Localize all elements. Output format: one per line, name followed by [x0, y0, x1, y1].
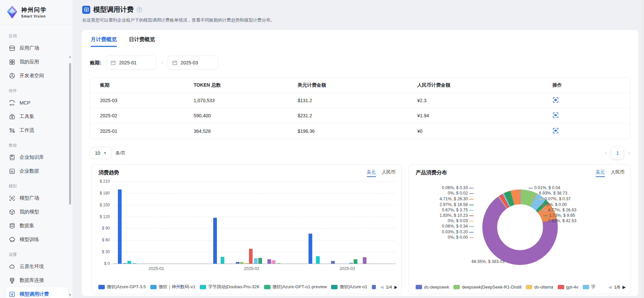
knowledge-base-icon — [9, 154, 15, 161]
grid-line — [112, 205, 395, 205]
bar-2025-02[interactable] — [245, 263, 248, 264]
bar-2025-01[interactable] — [133, 263, 136, 264]
sidebar-item-app-grid[interactable]: 我的应用 — [6, 55, 68, 69]
db-connection-icon — [9, 277, 15, 284]
sidebar-item-mcp-file[interactable]: MCPMCP — [6, 96, 68, 110]
next-page-icon[interactable]: › — [628, 150, 630, 156]
legend-page: 1/6 — [614, 285, 620, 290]
legend-label: 字 — [591, 284, 595, 290]
enterprise-data-icon — [9, 168, 15, 175]
sidebar-item-model-market[interactable]: 模型广场 — [6, 191, 68, 205]
legend-item[interactable]: 字节跳动|Doubao-Pro-32K — [200, 284, 260, 290]
grid-line — [112, 217, 395, 217]
sidebar-item-cloud[interactable]: 云原生环境 — [6, 260, 68, 273]
sidebar-item-toolbox[interactable]: 工具集 — [6, 110, 68, 123]
tab-monthly-overview[interactable]: 月计费概览 — [91, 36, 117, 47]
current-page[interactable]: 1 — [611, 147, 623, 159]
bar-2025-02[interactable] — [258, 258, 262, 264]
end-month-input[interactable]: 2025-03 — [168, 56, 218, 70]
sidebar-item-workflow[interactable]: 工作流 — [6, 123, 68, 137]
legend-label: 字节跳动|Doubao-Pro-32K — [208, 284, 260, 290]
bar-2025-02[interactable] — [240, 262, 244, 264]
prev-page-icon[interactable]: ‹ — [605, 150, 607, 156]
model-market-icon — [9, 195, 15, 202]
table-cell: 2025-03 — [100, 98, 194, 103]
sidebar-item-developer-space[interactable]: 开发者空间 — [6, 69, 68, 83]
bar-2025-02[interactable] — [213, 218, 217, 264]
sidebar-item-label: 数据集 — [20, 222, 34, 229]
view-detail-icon[interactable] — [552, 112, 559, 118]
bar-2025-02[interactable] — [277, 263, 281, 264]
bar-2025-02[interactable] — [249, 249, 253, 264]
sidebar-item-knowledge-base[interactable]: 企业知识库 — [6, 150, 68, 164]
trend-usd-toggle[interactable]: 美元 — [367, 169, 376, 177]
scroll-up-icon[interactable]: ▲ — [68, 55, 72, 58]
table-actions — [552, 112, 620, 119]
legend-item[interactable]: gpt-4v — [558, 285, 578, 290]
y-axis-tick: $ 90 — [93, 226, 110, 231]
bar-2025-02[interactable] — [254, 258, 258, 264]
bar-2025-03[interactable] — [309, 234, 312, 264]
bar-2025-01[interactable] — [118, 189, 122, 264]
legend-item[interactable]: 微软|Azure-GPT-3.5 — [98, 284, 146, 290]
scrollbar-thumb[interactable] — [69, 63, 71, 205]
view-detail-icon[interactable] — [552, 127, 559, 134]
column-header: 账期 — [100, 82, 194, 88]
sidebar-item-storefront[interactable]: 应用广场 — [6, 41, 68, 55]
sidebar-item-label: 数据库连接 — [20, 277, 44, 284]
sidebar-item-billing[interactable]: 模型调用计费 — [6, 287, 68, 298]
sidebar-item-db-connection[interactable]: 数据库连接 — [6, 273, 68, 287]
view-detail-icon[interactable] — [552, 97, 559, 103]
sidebar-item-label: 我的应用 — [20, 59, 39, 65]
legend-item[interactable]: 微软|Azure-GPT-o1-preview — [264, 284, 327, 290]
bar-2025-01[interactable] — [127, 261, 131, 264]
bar-2025-03[interactable] — [349, 263, 353, 264]
legend-next-icon[interactable]: ▶ — [394, 285, 397, 290]
bar-2025-03[interactable] — [316, 256, 320, 264]
page-subtitle: 在这里您可以看到企业租户下的模型调用计费账单情况，查看不同账期的计费趋势和模型计… — [82, 17, 641, 23]
sidebar-item-model-training[interactable]: 模型训练 — [6, 233, 68, 246]
column-header: 人民币计费金额 — [417, 82, 552, 88]
legend-item[interactable]: ds-ollama — [526, 285, 553, 290]
page-size-select[interactable]: 10 ▼ — [90, 147, 111, 159]
bar-2025-02[interactable] — [272, 260, 276, 264]
sidebar-item-label: 云原生环境 — [20, 263, 44, 270]
legend-item[interactable]: dc-deepseek — [416, 285, 449, 290]
bar-2025-02[interactable] — [267, 259, 271, 264]
legend-pager: ◀1/4▶ — [380, 285, 397, 290]
table-row: 2025-02590,400$231.2¥1.94 — [90, 108, 630, 123]
legend-prev-icon[interactable]: ◀ — [380, 285, 384, 290]
legend-item[interactable]: 微软|Azure-o1 — [331, 284, 367, 290]
legend-prev-icon[interactable]: ◀ — [608, 285, 612, 290]
window-scrollbar[interactable] — [641, 0, 644, 298]
legend-item[interactable]: 微软｜神州数码-v1 — [150, 284, 195, 290]
start-month-input[interactable]: 2025-01 — [106, 56, 157, 70]
sidebar-item-enterprise-data[interactable]: 企业数据 — [6, 164, 68, 178]
bar-2025-03[interactable] — [331, 261, 335, 264]
sidebar-item-cube[interactable]: 我的模型 — [6, 205, 68, 219]
legend-swatch — [416, 285, 422, 289]
end-month-value: 2025-03 — [181, 60, 198, 65]
table-cell: 364,528 — [194, 128, 298, 134]
bar-2025-03[interactable] — [363, 257, 366, 264]
legend-item[interactable]: deepseek|DeepSeek-R1-Distill — [453, 285, 521, 290]
help-icon[interactable]: ? — [137, 7, 142, 12]
bar-2025-02[interactable] — [221, 257, 224, 264]
bar-2025-02[interactable] — [236, 262, 239, 264]
legend-next-icon[interactable]: ▶ — [622, 285, 626, 290]
sidebar-item-label: 企业知识库 — [20, 154, 44, 160]
start-month-value: 2025-01 — [119, 60, 136, 65]
tab-daily-overview[interactable]: 日计费概览 — [129, 36, 155, 47]
bar-2025-03[interactable] — [354, 259, 357, 264]
distribution-cny-toggle[interactable]: 人民币 — [611, 169, 625, 177]
sidebar-scrollbar[interactable]: ▲ ▼ — [68, 55, 72, 297]
bar-2025-01[interactable] — [123, 263, 127, 264]
sidebar-item-database[interactable]: 数据集 — [6, 219, 68, 233]
scroll-down-icon[interactable]: ▼ — [68, 293, 72, 297]
trend-cny-toggle[interactable]: 人民币 — [382, 169, 396, 177]
distribution-usd-toggle[interactable]: 美元 — [596, 169, 605, 177]
table-cell: $131.2 — [298, 98, 417, 103]
svg-text:MCP: MCP — [10, 103, 14, 106]
main-content: 模型调用计费 ? 在这里您可以看到企业租户下的模型调用计费账单情况，查看不同账期… — [73, 0, 641, 298]
legend-item[interactable]: 字 — [583, 284, 595, 290]
